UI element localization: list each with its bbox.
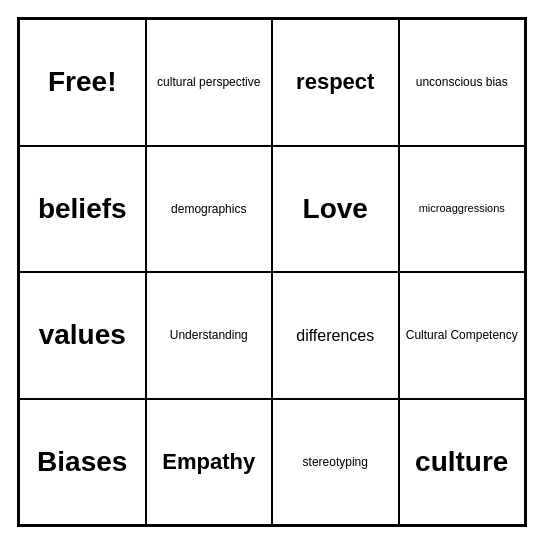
bingo-card: Free!cultural perspectiverespectunconsci… — [17, 17, 527, 527]
cell-text-12: Biases — [37, 445, 127, 479]
bingo-cell-4: beliefs — [19, 146, 146, 273]
bingo-cell-10: differences — [272, 272, 399, 399]
cell-text-4: beliefs — [38, 192, 127, 226]
cell-text-13: Empathy — [162, 449, 255, 475]
bingo-cell-11: Cultural Competency — [399, 272, 526, 399]
cell-text-9: Understanding — [170, 328, 248, 342]
cell-text-10: differences — [296, 326, 374, 345]
bingo-cell-14: stereotyping — [272, 399, 399, 526]
bingo-cell-15: culture — [399, 399, 526, 526]
bingo-cell-7: microaggressions — [399, 146, 526, 273]
cell-text-5: demographics — [171, 202, 246, 216]
bingo-cell-6: Love — [272, 146, 399, 273]
bingo-cell-2: respect — [272, 19, 399, 146]
cell-text-0: Free! — [48, 65, 116, 99]
cell-text-11: Cultural Competency — [406, 328, 518, 342]
bingo-cell-12: Biases — [19, 399, 146, 526]
cell-text-1: cultural perspective — [157, 75, 260, 89]
bingo-cell-13: Empathy — [146, 399, 273, 526]
cell-text-7: microaggressions — [419, 202, 505, 215]
bingo-cell-5: demographics — [146, 146, 273, 273]
cell-text-3: unconscious bias — [416, 75, 508, 89]
bingo-cell-0: Free! — [19, 19, 146, 146]
bingo-cell-1: cultural perspective — [146, 19, 273, 146]
cell-text-2: respect — [296, 69, 374, 95]
cell-text-8: values — [39, 318, 126, 352]
bingo-cell-8: values — [19, 272, 146, 399]
bingo-cell-9: Understanding — [146, 272, 273, 399]
bingo-cell-3: unconscious bias — [399, 19, 526, 146]
cell-text-14: stereotyping — [303, 455, 368, 469]
cell-text-15: culture — [415, 445, 508, 479]
cell-text-6: Love — [303, 192, 368, 226]
